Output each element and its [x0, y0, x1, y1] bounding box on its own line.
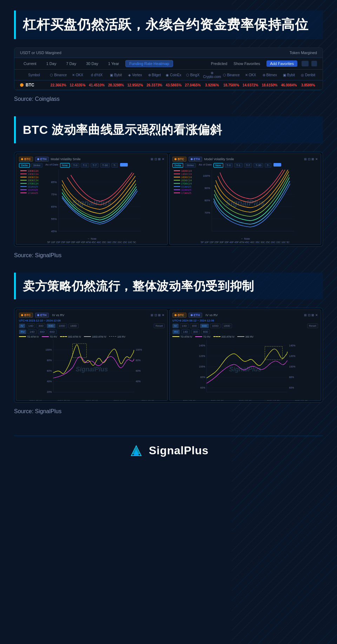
btc-tag-ivrv-r: BTC: [172, 313, 186, 318]
ctrl-t-more[interactable]: T-: [111, 163, 118, 168]
ctrl-180d-iv-btc[interactable]: 180D: [68, 324, 79, 328]
ctrl-t7[interactable]: T-7: [91, 163, 99, 168]
tab-add-fav[interactable]: Add Favorites: [266, 60, 297, 67]
x-axis-right: ← Now: [172, 237, 318, 240]
ctrl-14d-iv-eth[interactable]: 14D: [180, 324, 189, 328]
section3-title: 卖方策略仍然流行，整体波动率仍受到抑制: [23, 278, 316, 294]
eth-chart-header: BTC ETH Model Volatility Smile ⊞ ⊡ ⊠ ✕: [172, 157, 318, 162]
col-bingx: ⬡ BingX: [184, 71, 202, 79]
tab-1year[interactable]: 1 Year: [105, 60, 123, 67]
ctrl-14d-iv-btc[interactable]: 14D: [27, 324, 35, 328]
ctrl-t30-r[interactable]: T-30: [253, 163, 263, 168]
eth-ivrv-controls[interactable]: IV 14D 30D 60D 100D 180D Reset: [172, 324, 318, 328]
coinglass-chart: USDT or USD Margined Token Margined Curr…: [14, 47, 323, 90]
ctrl-iv-btc[interactable]: IV: [19, 324, 25, 328]
section2-heading-block: BTC 波动率曲线显示强烈的看涨偏斜: [14, 116, 323, 143]
svg-text:85%: 85%: [51, 181, 57, 184]
ctrl-100d-iv-btc[interactable]: 100D: [57, 324, 67, 328]
ctrl-60d-rv-eth[interactable]: 60D: [201, 330, 210, 334]
dual-ivrv-chart: BTC ETH IV vs RV ⊞ ⊡ ⊠ ✕ UTC+8 2023-12-1…: [14, 308, 323, 402]
tab-current[interactable]: Current: [20, 60, 40, 67]
ctrl-14d-rv-btc[interactable]: 14D: [28, 330, 37, 334]
btc-smile-chart: BTC ETH Model Volatility Smile ⊞ ⊡ ⊠ ✕ D…: [16, 154, 168, 245]
col-crypto: ⊗ Crypto.com: [203, 71, 221, 79]
btc-smile-area: 10DEC24 13DEC24 16DEC24 20DEC24 27DEC24 …: [19, 170, 165, 236]
ctrl-30d-iv-btc[interactable]: 30D: [37, 324, 45, 328]
ctrl-t0-r[interactable]: T-0: [225, 163, 233, 168]
ctrl-t1-r[interactable]: T-1: [234, 163, 243, 168]
source2: Source: SignalPlus: [14, 252, 323, 259]
tab-heatmap[interactable]: Funding Rate Heatmap: [125, 60, 173, 67]
col-vertex: ◈ Vertex: [126, 71, 144, 79]
ctrl-delta-r[interactable]: Delta: [172, 163, 183, 168]
ctrl-100d-iv-eth[interactable]: 100D: [210, 324, 220, 328]
section3-heading-block: 卖方策略仍然流行，整体波动率仍受到抑制: [14, 273, 323, 299]
btc-ivrv-rv-controls[interactable]: RV 14D 30D 60D: [19, 330, 165, 334]
ctrl-reset-btc[interactable]: Reset: [154, 324, 165, 328]
ctrl-30d-rv-eth[interactable]: 30D: [191, 330, 200, 334]
col-bitmex: ⊛ Bitmex: [261, 71, 279, 79]
btc-ivrv-chart: BTC ETH IV vs RV ⊞ ⊡ ⊠ ✕ UTC+8 2023-12-1…: [16, 310, 168, 401]
btc-icon: [20, 83, 24, 87]
btc-bingx: 27.0465%: [184, 83, 202, 87]
btc-ivrv-controls[interactable]: IV 14D 30D 60D 100D 180D Reset: [19, 324, 165, 328]
ctrl-60d-iv-eth[interactable]: 60D: [200, 324, 209, 328]
tab-7day[interactable]: 7 Day: [62, 60, 80, 67]
svg-text:55%: 55%: [51, 217, 57, 221]
ctrl-30d-rv-btc[interactable]: 30D: [38, 330, 47, 334]
ctrl-60d-iv-btc[interactable]: 60D: [47, 324, 55, 328]
svg-text:80%: 80%: [289, 376, 294, 378]
ctrl-rv-eth[interactable]: RV: [172, 330, 180, 334]
svg-text:100%: 100%: [203, 174, 210, 177]
col-dydx: d dYdX: [88, 71, 106, 79]
ctrl-iv-eth[interactable]: IV: [172, 324, 179, 328]
eth-ivrv-rv-controls[interactable]: RV 14D 30D 60D: [172, 330, 318, 334]
btc-bitmex: 18.6150%: [261, 83, 279, 87]
col-symbol: Symbol: [20, 71, 48, 79]
ctrl-now-r[interactable]: Now: [213, 163, 223, 168]
svg-text:80%: 80%: [136, 359, 141, 362]
ctrl-strike-r[interactable]: Strike: [185, 163, 196, 168]
btc-coinex: 43.5865%: [165, 83, 183, 87]
ctrl-t0[interactable]: T-0: [71, 163, 80, 168]
eth-smile-svg: 100% 90% 80% 70%: [172, 170, 318, 236]
ctrl-now[interactable]: Now: [60, 163, 70, 168]
x-axis-left: ← Now: [19, 237, 165, 240]
ctrl-reset-eth[interactable]: Reset: [307, 324, 318, 328]
btc-chart-header: BTC ETH Model Volatility Smile ⊞ ⊡ ⊠ ✕: [19, 157, 165, 162]
tab-1day[interactable]: 1 Day: [43, 60, 60, 67]
btc-x-dates: 2024-02-01 2024-06-01 2024-08-01 2024-10…: [19, 400, 165, 401]
section1-title: 杠杆买盘仍然活跃，永续合约资金费率保持高位: [23, 16, 316, 33]
btc-okx1: 12.4335%: [69, 83, 87, 87]
tab-30day[interactable]: 30 Day: [82, 60, 102, 67]
vol-smile-container: BTC ETH Model Volatility Smile ⊞ ⊡ ⊠ ✕ D…: [14, 152, 323, 247]
ivrv-container: BTC ETH IV vs RV ⊞ ⊡ ⊠ ✕ UTC+8 2023-12-1…: [14, 308, 323, 403]
ctrl-delta[interactable]: Delta: [19, 163, 30, 168]
tab-show-fav[interactable]: Show Favorites: [230, 60, 264, 67]
chart-controls-right[interactable]: Delta Strike As of Date Now T-0 T-1 T-7 …: [172, 163, 318, 168]
svg-rect-36: [73, 344, 87, 358]
ctrl-t30[interactable]: T-30: [100, 163, 110, 168]
ctrl-t1[interactable]: T-1: [81, 163, 89, 168]
svg-text:100%: 100%: [289, 365, 296, 368]
svg-text:100%: 100%: [199, 365, 205, 368]
source3: Source: SignalPlus: [14, 408, 323, 415]
eth-ivrv-legend: TD ATM IV TD RV 30D ATM IV 360 RV: [172, 336, 318, 338]
chart-controls-left[interactable]: Delta Strike As of Date Now T-0 T-1 T-7 …: [19, 163, 165, 168]
cg-header: USDT or USD Margined Token Margined: [14, 48, 323, 58]
ctrl-14d-rv-eth[interactable]: 14D: [181, 330, 190, 334]
ctrl-30d-iv-eth[interactable]: 30D: [190, 324, 199, 328]
btc-tag: BTC: [19, 157, 33, 162]
ctrl-t-more-r[interactable]: T-: [265, 163, 271, 168]
ctrl-strike[interactable]: Strike: [31, 163, 42, 168]
ctrl-60d-rv-btc[interactable]: 60D: [48, 330, 57, 334]
btc-tag-ivrv: BTC: [19, 313, 33, 318]
col-okx1: ✕ OKX: [69, 71, 87, 79]
cg-usdt-label: USDT or USD Margined: [20, 51, 61, 55]
ctrl-t7-r[interactable]: T-7: [244, 163, 252, 168]
btc-ivrv-svg: 100% 80% 60% 40% 20% 100% 80% 60% 40%: [19, 339, 165, 399]
ctrl-rv-btc[interactable]: RV: [19, 330, 26, 334]
svg-text:20%: 20%: [47, 391, 52, 393]
section-funding-rate: 杠杆买盘仍然活跃，永续合约资金费率保持高位 USDT or USD Margin…: [14, 11, 323, 102]
ctrl-180d-iv-eth[interactable]: 180D: [222, 324, 232, 328]
